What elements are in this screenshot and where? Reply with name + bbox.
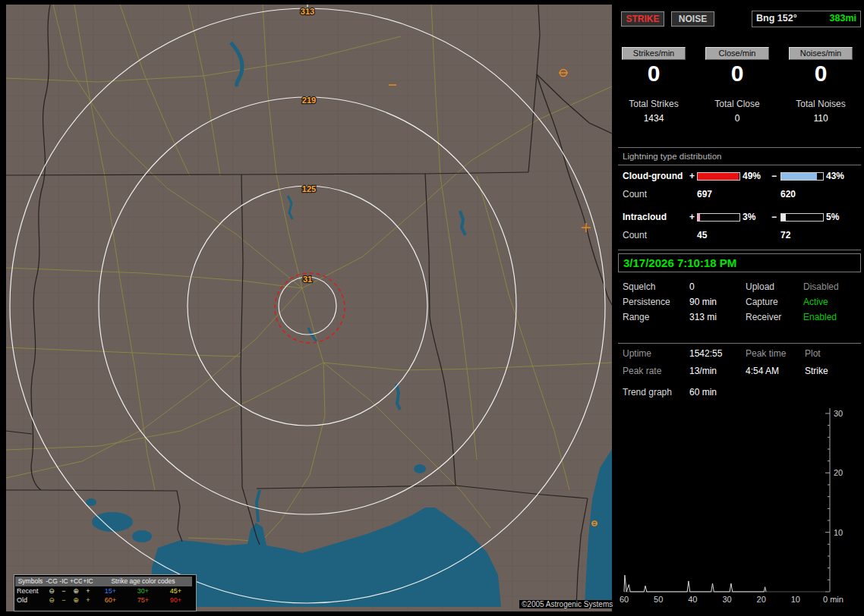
intracloud-label: Intracloud xyxy=(623,212,667,222)
peak-time-value: 4:54 AM xyxy=(746,366,779,376)
svg-text:20: 20 xyxy=(757,595,766,604)
legend-header-symbols: Symbols xyxy=(15,577,46,586)
svg-text:50: 50 xyxy=(654,595,663,604)
receiver-status: Enabled xyxy=(803,312,837,322)
total-close-label: Total Close xyxy=(701,99,774,109)
noises-per-min-chip: Noises/min xyxy=(789,47,853,60)
lake xyxy=(92,512,133,532)
neg-ic-recent-symbol: − xyxy=(58,587,70,596)
cloud-ground-negative-count: 620 xyxy=(780,189,796,200)
cloud-ground-label: Cloud-ground xyxy=(623,171,683,181)
total-strikes-label: Total Strikes xyxy=(617,99,690,109)
bar-fill xyxy=(781,214,786,221)
receiver-label: Receiver xyxy=(746,312,781,322)
strikes-per-min-chip: Strikes/min xyxy=(622,47,686,60)
neg-cg-recent-symbol: ⊖ xyxy=(46,587,58,596)
count-label: Count xyxy=(623,230,647,240)
squelch-label: Squelch xyxy=(623,281,655,292)
intracloud-positive-bar xyxy=(697,213,740,222)
cloud-ground-positive-pct: 49% xyxy=(743,171,761,181)
lake xyxy=(414,464,426,473)
range-label-31: 31 xyxy=(303,275,312,284)
svg-text:60: 60 xyxy=(620,595,629,604)
minus-sign: − xyxy=(771,212,777,222)
range-label-219: 219 xyxy=(302,96,316,105)
legend-header-pos-ic: +IC xyxy=(82,577,94,586)
sidebar: STRIKE NOISE Bng 152° 383mi Strikes/min … xyxy=(616,0,864,616)
intracloud-negative-bar xyxy=(780,213,824,222)
persistence-value: 90 min xyxy=(689,297,717,307)
age-15: 15+ xyxy=(94,587,127,596)
legend-header-age: Strike age color codes xyxy=(94,577,192,586)
total-noises-label: Total Noises xyxy=(784,99,857,109)
age-30: 30+ xyxy=(127,587,159,596)
map-legend: Symbols -CG -IC +CG +IC Strike age color… xyxy=(14,574,197,611)
plot-label: Plot xyxy=(805,348,821,359)
plot-mode-value: Strike xyxy=(805,366,828,376)
legend-header-neg-ic: -IC xyxy=(58,577,70,586)
svg-text:30: 30 xyxy=(834,409,843,418)
lake xyxy=(132,530,152,542)
bar-fill xyxy=(698,214,700,221)
pos-ic-old-symbol: + xyxy=(82,596,94,605)
plus-sign: + xyxy=(689,212,695,222)
bar-fill xyxy=(781,173,817,180)
upload-status: Disabled xyxy=(803,281,839,292)
divider xyxy=(618,165,861,165)
strikes-per-min-value: 0 xyxy=(617,62,690,85)
legend-row-recent-label: Recent xyxy=(15,587,46,596)
total-strikes-value: 1434 xyxy=(617,113,690,124)
age-45: 45+ xyxy=(159,587,192,596)
trend-window-value: 60 min xyxy=(689,387,717,398)
datetime-display: 3/17/2026 7:10:18 PM xyxy=(618,253,861,272)
divider xyxy=(618,147,861,148)
neg-ic-old-symbol: − xyxy=(58,596,70,605)
peak-rate-value: 13/min xyxy=(689,366,717,376)
cloud-ground-negative-bar xyxy=(780,172,824,181)
cloud-ground-negative-pct: 43% xyxy=(826,171,844,181)
range-label-313: 313 xyxy=(301,7,314,16)
total-close-value: 0 xyxy=(701,113,774,124)
upload-label: Upload xyxy=(746,281,774,292)
intracloud-negative-pct: 5% xyxy=(826,212,839,222)
close-per-min-chip: Close/min xyxy=(705,47,769,60)
svg-text:10: 10 xyxy=(834,528,843,537)
strike-map[interactable]: 313 219 125 31 xyxy=(6,5,612,611)
bar-fill xyxy=(698,173,739,180)
capture-label: Capture xyxy=(746,297,778,307)
pos-cg-recent-symbol: ⊕ xyxy=(70,587,82,596)
range-label-125: 125 xyxy=(302,184,316,193)
age-60: 60+ xyxy=(94,596,127,605)
trend-graph: 1020306050403020100 min xyxy=(620,401,862,607)
svg-text:20: 20 xyxy=(834,468,843,477)
noises-per-min-value: 0 xyxy=(784,62,857,85)
age-90: 90+ xyxy=(159,596,192,605)
capture-status: Active xyxy=(803,297,828,307)
pos-ic-recent-symbol: + xyxy=(82,587,94,596)
uptime-value: 1542:55 xyxy=(689,348,722,359)
uptime-label: Uptime xyxy=(623,348,651,359)
intracloud-negative-count: 72 xyxy=(780,230,790,240)
trend-graph-label: Trend graph xyxy=(623,387,672,398)
bearing-range-value: 383mi xyxy=(830,11,856,27)
cloud-ground-positive-bar xyxy=(697,172,740,181)
minus-sign: − xyxy=(771,171,777,181)
intracloud-positive-pct: 3% xyxy=(743,212,755,222)
legend-row-old-label: Old xyxy=(15,596,46,605)
lake xyxy=(86,498,96,506)
intracloud-positive-count: 45 xyxy=(697,230,707,240)
legend-header-neg-cg: -CG xyxy=(46,577,58,586)
svg-text:0 min: 0 min xyxy=(823,595,844,604)
squelch-value: 0 xyxy=(689,281,695,292)
noise-toggle-button[interactable]: NOISE xyxy=(671,11,714,27)
range-label: Range xyxy=(623,312,649,322)
cloud-ground-positive-count: 697 xyxy=(697,189,712,200)
pos-cg-old-symbol: ⊕ xyxy=(70,596,82,605)
total-noises-value: 110 xyxy=(784,113,857,124)
svg-text:40: 40 xyxy=(688,595,697,604)
strike-toggle-button[interactable]: STRIKE xyxy=(621,11,664,27)
bearing-panel: Bng 152° 383mi xyxy=(752,11,861,27)
persistence-label: Persistence xyxy=(623,297,670,307)
copyright-text: ©2005 Astrogenic Systems xyxy=(519,600,615,608)
divider xyxy=(618,343,861,344)
